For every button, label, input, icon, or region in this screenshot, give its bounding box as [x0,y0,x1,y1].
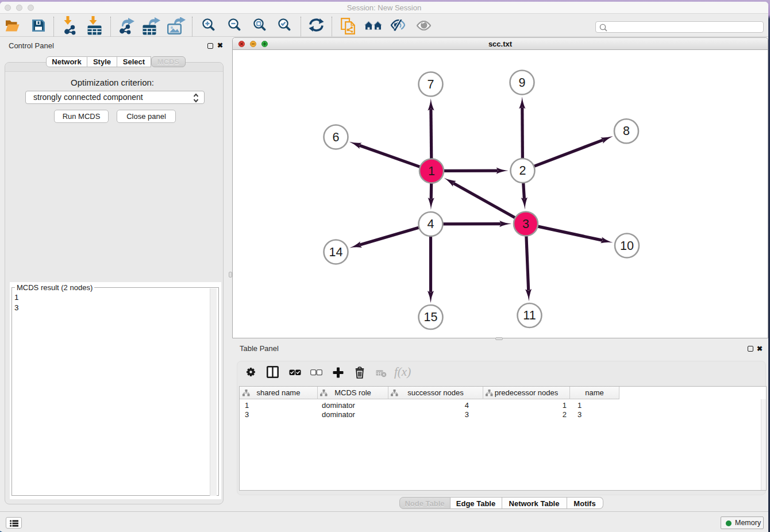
svg-text:14: 14 [329,245,343,259]
svg-text:2: 2 [519,164,526,178]
svg-text:3: 3 [522,217,529,231]
svg-text:10: 10 [620,239,634,253]
svg-text:6: 6 [333,130,340,144]
svg-text:11: 11 [523,309,536,322]
svg-text:8: 8 [623,124,630,138]
svg-text:9: 9 [519,76,526,90]
svg-text:7: 7 [428,78,434,91]
svg-text:15: 15 [424,310,438,324]
svg-text:4: 4 [428,217,434,231]
svg-text:1: 1 [428,164,435,178]
